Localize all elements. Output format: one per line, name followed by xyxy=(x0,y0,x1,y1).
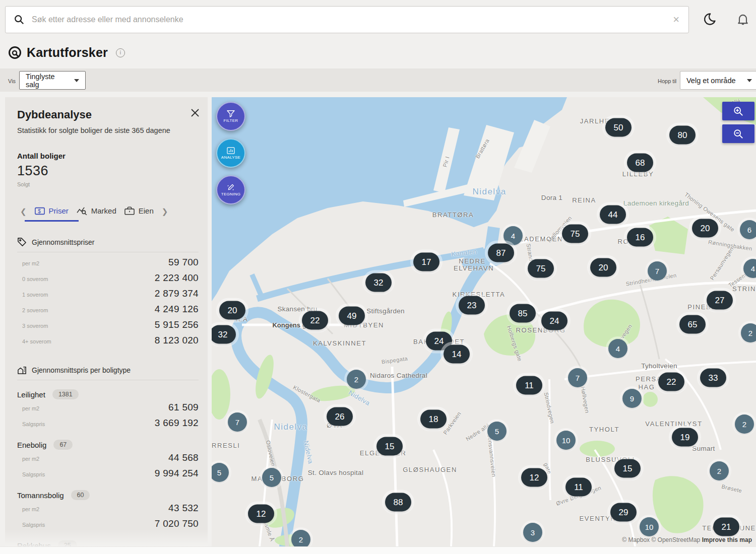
map-cluster-marker[interactable]: 4 xyxy=(503,226,523,245)
map-cluster-marker[interactable]: 7 xyxy=(568,368,587,387)
caret-down-icon xyxy=(74,79,79,82)
area-select[interactable]: Velg et område xyxy=(680,71,756,90)
map-cluster-marker[interactable]: 10 xyxy=(556,431,576,450)
tab-label: Priser xyxy=(49,206,69,215)
map-cluster-marker[interactable]: 10 xyxy=(640,517,659,536)
map-cluster-marker[interactable]: 20 xyxy=(692,219,718,238)
map-cluster-marker[interactable]: 85 xyxy=(510,304,536,323)
type-group-tomannsbolig: Tomannsbolig 60 xyxy=(17,487,199,500)
bar-chart-icon xyxy=(227,147,235,154)
map-cluster-marker[interactable]: 44 xyxy=(600,205,626,224)
search-input[interactable] xyxy=(31,15,673,25)
map-cluster-marker[interactable]: 14 xyxy=(444,345,470,364)
caret-down-icon xyxy=(747,79,752,82)
map-cluster-marker[interactable]: 68 xyxy=(627,154,653,172)
map-cluster-marker[interactable]: 75 xyxy=(562,225,588,243)
notifications-icon[interactable] xyxy=(736,12,750,26)
map-cluster-marker[interactable]: 2 xyxy=(735,414,754,434)
map-label: STRIND xyxy=(732,285,756,293)
map-cluster-marker[interactable]: 15 xyxy=(614,459,641,478)
map-cluster-marker[interactable]: 11 xyxy=(565,478,592,497)
map-canvas[interactable]: JARLHEILILLEBYREINABRATTØRALADEMOENROSNE… xyxy=(212,97,756,546)
zoom-out-icon xyxy=(733,128,744,140)
map-cluster-marker[interactable]: 29 xyxy=(610,503,637,522)
dark-mode-icon[interactable] xyxy=(703,12,717,26)
map-cluster-marker[interactable]: 2 xyxy=(710,461,729,480)
filter-button[interactable]: FILTER xyxy=(216,102,245,131)
tabs-prev-icon[interactable]: ❮ xyxy=(17,207,30,216)
map-cluster-marker[interactable]: 20 xyxy=(219,301,245,320)
map-cluster-marker[interactable]: 15 xyxy=(376,437,403,456)
attribution-text: © Mapbox © OpenStreetMap xyxy=(622,536,702,543)
map-label: KALVSKINNET xyxy=(313,339,366,347)
map-cluster-marker[interactable]: 22 xyxy=(658,373,684,391)
map-cluster-marker[interactable]: 24 xyxy=(541,312,568,330)
type-group-leilighet: Leilighet 1381 xyxy=(17,386,199,399)
map-cluster-marker[interactable]: 2 xyxy=(347,370,366,389)
map-cluster-marker[interactable]: 65 xyxy=(679,315,706,334)
map-cluster-marker[interactable]: 50 xyxy=(605,118,632,137)
map-cluster-marker[interactable]: 7 xyxy=(648,261,667,281)
map-cluster-marker[interactable]: 3 xyxy=(523,523,542,542)
count-badge: 1381 xyxy=(52,389,79,399)
zoom-in-button[interactable] xyxy=(722,102,754,120)
tab-priser[interactable]: $ Priser xyxy=(32,202,72,220)
map-label: Lademoen kirkegård xyxy=(623,199,689,207)
map-cluster-marker[interactable]: 2 xyxy=(291,530,310,546)
map-cluster-marker[interactable]: 12 xyxy=(248,505,274,523)
map-cluster-marker[interactable]: 80 xyxy=(669,126,696,145)
map-cluster-marker[interactable]: 5 xyxy=(262,468,281,487)
map-cluster-marker[interactable]: 11 xyxy=(516,376,542,395)
map-cluster-marker[interactable]: 17 xyxy=(413,253,439,271)
map-cluster-marker[interactable]: 75 xyxy=(528,259,554,278)
close-icon[interactable] xyxy=(191,108,200,117)
map-label: Kongens g xyxy=(272,321,306,329)
scrollbar-track[interactable] xyxy=(0,546,756,554)
row-value: 5 915 256 xyxy=(155,319,199,330)
map-cluster-marker[interactable]: 16 xyxy=(627,228,653,247)
area-select-value: Velg et område xyxy=(686,77,736,85)
vis-select[interactable]: Tinglyste salg xyxy=(19,71,86,90)
zoom-out-button[interactable] xyxy=(722,124,754,143)
improve-map-link[interactable]: Improve this map xyxy=(702,536,752,543)
row-value: 59 700 xyxy=(168,257,199,268)
map-cluster-marker[interactable]: 21 xyxy=(713,518,739,536)
map-cluster-marker[interactable]: 12 xyxy=(521,468,547,487)
map-cluster-marker[interactable]: 27 xyxy=(707,291,733,310)
info-icon[interactable]: i xyxy=(116,48,125,57)
map-cluster-marker[interactable]: 4 xyxy=(608,339,627,358)
tegning-button[interactable]: TEGNING xyxy=(216,175,245,204)
tab-eiendom[interactable]: Eien xyxy=(121,202,157,220)
panel-scroll-fade xyxy=(5,529,208,546)
map-cluster-marker[interactable]: 5 xyxy=(487,422,507,441)
pencil-icon xyxy=(227,184,235,191)
map-cluster-marker[interactable]: 32 xyxy=(365,273,392,292)
map-cluster-marker[interactable]: 26 xyxy=(327,407,353,426)
map-cluster-marker[interactable]: 7 xyxy=(228,412,247,432)
row-value: 9 994 254 xyxy=(155,468,199,479)
map-cluster-marker[interactable]: 88 xyxy=(385,493,411,512)
map-cluster-marker[interactable]: 18 xyxy=(420,410,447,429)
map-cluster-marker[interactable]: 19 xyxy=(672,428,698,447)
map-cluster-marker[interactable]: 32 xyxy=(212,325,236,344)
tab-marked[interactable]: Marked xyxy=(74,202,119,220)
row-label: Salgspris xyxy=(22,522,45,528)
price-row: per m243 532 xyxy=(17,500,199,516)
map-cluster-marker[interactable]: 20 xyxy=(590,258,616,277)
map-cluster-marker[interactable]: 9 xyxy=(622,389,642,408)
tabs-next-icon[interactable]: ❯ xyxy=(159,207,171,216)
row-value: 2 879 374 xyxy=(155,288,199,299)
vis-label: Vis xyxy=(8,78,16,84)
price-row: per m244 568 xyxy=(17,450,199,465)
analyse-button[interactable]: ANALYSE xyxy=(216,138,245,168)
map-cluster-marker[interactable]: 23 xyxy=(459,296,485,315)
price-row: 4+ soverom8 123 020 xyxy=(17,332,199,348)
map-cluster-marker[interactable]: 33 xyxy=(700,369,726,387)
map-cluster-marker[interactable]: 49 xyxy=(339,307,365,325)
map-cluster-marker[interactable]: 2 xyxy=(741,323,756,342)
search-clear-icon[interactable]: × xyxy=(673,14,679,25)
map-cluster-marker[interactable]: 87 xyxy=(488,244,514,262)
map-cluster-marker[interactable]: 6 xyxy=(740,220,756,239)
map-cluster-marker[interactable]: 22 xyxy=(302,311,328,330)
map-label: ELVEHAVN xyxy=(454,264,494,272)
